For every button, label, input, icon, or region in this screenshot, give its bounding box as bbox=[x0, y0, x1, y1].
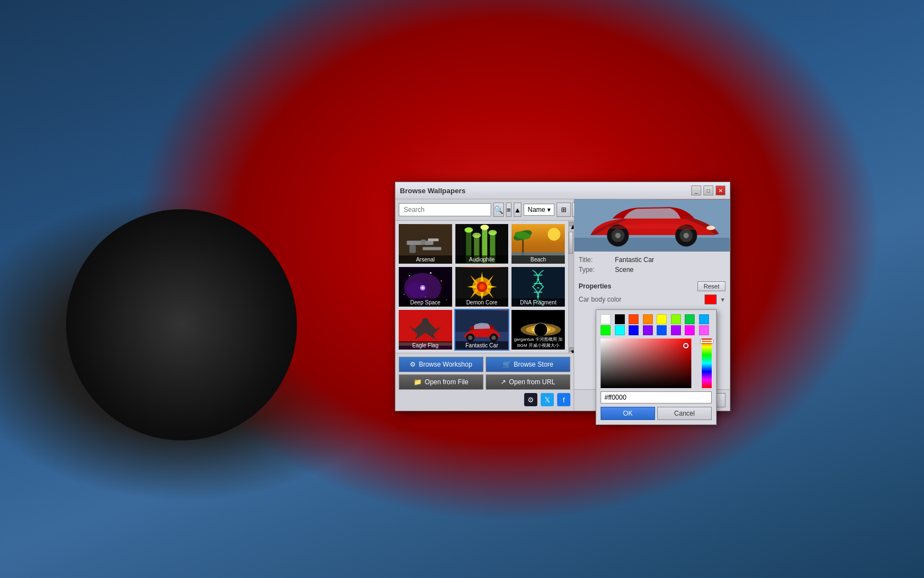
search-icon-button[interactable]: 🔍 bbox=[493, 203, 504, 217]
wheel-visual bbox=[66, 209, 297, 440]
car-color-swatch[interactable] bbox=[705, 295, 717, 304]
sort-asc-button[interactable]: ▲ bbox=[514, 203, 522, 217]
svg-point-75 bbox=[684, 233, 689, 238]
properties-info: Title: Fantastic Car Type: Scene bbox=[574, 252, 730, 278]
sort-select[interactable]: Name ▾ bbox=[524, 204, 554, 216]
svg-point-29 bbox=[425, 297, 426, 297]
svg-point-13 bbox=[480, 225, 488, 230]
scroll-down[interactable]: ▼ bbox=[569, 347, 574, 352]
wallpaper-label-dnafragment: DNA Fragment bbox=[512, 298, 565, 307]
open-url-button[interactable]: ↗ Open from URL bbox=[486, 374, 570, 390]
swatch-violet[interactable] bbox=[671, 325, 681, 335]
swatch-black[interactable] bbox=[615, 314, 625, 324]
properties-title: Properties bbox=[579, 282, 611, 290]
type-label: Type: bbox=[579, 266, 612, 274]
wallpaper-item-dnafragment[interactable]: DNA Fragment bbox=[510, 266, 566, 308]
search-input[interactable] bbox=[399, 203, 491, 216]
browse-workshop-button[interactable]: ⚙ Browse Workshop bbox=[399, 357, 483, 372]
grid-view-button[interactable]: ⊞ bbox=[557, 203, 571, 217]
wallpaper-item-beach[interactable]: Beach bbox=[510, 223, 566, 265]
swatch-pink[interactable] bbox=[699, 325, 709, 335]
wallpaper-scrollbar[interactable]: ▲ ▼ bbox=[568, 221, 574, 353]
color-dropdown-arrow[interactable]: ▼ bbox=[720, 297, 725, 303]
browse-buttons-row: ⚙ Browse Workshop 🛒 Browse Store bbox=[399, 357, 570, 372]
wallpaper-item-fantasticcar[interactable]: Fantastic Car bbox=[454, 309, 510, 351]
color-gradient-area[interactable] bbox=[601, 339, 712, 388]
wallpaper-item-eagleflag[interactable]: Eagle Flag bbox=[398, 309, 453, 351]
reset-button[interactable]: Reset bbox=[697, 281, 725, 291]
svg-rect-4 bbox=[422, 247, 441, 250]
wallpaper-label-gargantua: gargantua 卡河图概黑 加 BGM 开减小视频大小 bbox=[512, 335, 565, 350]
svg-point-76 bbox=[706, 226, 715, 230]
swatch-bright-green[interactable] bbox=[601, 325, 610, 335]
swatch-orange[interactable] bbox=[643, 314, 653, 324]
close-button[interactable]: ✕ bbox=[716, 186, 725, 195]
type-row: Type: Scene bbox=[579, 266, 725, 274]
scroll-thumb[interactable] bbox=[569, 232, 573, 254]
svg-point-14 bbox=[488, 230, 497, 236]
swatch-green[interactable] bbox=[685, 314, 695, 324]
swatch-white[interactable] bbox=[601, 314, 610, 324]
swatch-yellow[interactable] bbox=[657, 314, 667, 324]
svg-point-53 bbox=[422, 318, 429, 325]
car-body-color-label: Car body color bbox=[579, 296, 701, 303]
wallpaper-item-deepspace[interactable]: Deep Space bbox=[398, 266, 453, 308]
picker-cancel-button[interactable]: Cancel bbox=[657, 407, 712, 420]
search-bar: 🔍 ≡ ▲ Name ▾ ⊞ ⚙ bbox=[395, 199, 574, 221]
hex-input-row: #ff0000 bbox=[601, 391, 712, 403]
wallpaper-grid: Arsenal bbox=[395, 221, 568, 353]
title-label: Title: bbox=[579, 256, 612, 264]
svg-point-23 bbox=[406, 282, 428, 298]
color-saturation-field[interactable] bbox=[601, 339, 691, 388]
title-value: Fantastic Car bbox=[615, 256, 654, 264]
facebook-icon-button[interactable]: f bbox=[557, 393, 570, 406]
swatch-yellow-green[interactable] bbox=[671, 314, 681, 324]
maximize-button[interactable]: □ bbox=[703, 186, 713, 195]
browse-store-button[interactable]: 🛒 Browse Store bbox=[486, 357, 570, 372]
twitter-icon-button[interactable]: 𝕏 bbox=[541, 393, 554, 406]
svg-point-61 bbox=[491, 336, 496, 340]
swatch-blue[interactable] bbox=[629, 325, 639, 335]
svg-point-74 bbox=[615, 233, 620, 238]
svg-point-43 bbox=[479, 284, 485, 290]
scroll-up[interactable]: ▲ bbox=[569, 222, 574, 226]
swatch-light-blue[interactable] bbox=[699, 314, 709, 324]
wallpaper-item-demoncore[interactable]: Demon Core bbox=[454, 266, 510, 308]
open-file-button[interactable]: 📁 Open from File bbox=[399, 374, 483, 390]
title-row: Title: Fantastic Car bbox=[579, 256, 725, 264]
workshop-icon: ⚙ bbox=[410, 361, 416, 368]
svg-point-27 bbox=[404, 294, 405, 295]
filter-button[interactable]: ≡ bbox=[506, 203, 512, 217]
hue-slider[interactable] bbox=[702, 339, 712, 388]
wallpaper-item-arsenal[interactable]: Arsenal bbox=[398, 223, 453, 265]
picker-buttons: OK Cancel bbox=[601, 407, 712, 420]
file-icon: 📁 bbox=[414, 378, 422, 386]
dialog-titlebar: Browse Wallpapers _ □ ✕ bbox=[395, 182, 730, 199]
social-buttons-row: ⚙ 𝕏 f bbox=[399, 392, 570, 407]
minimize-button[interactable]: _ bbox=[691, 186, 701, 195]
hex-color-input[interactable]: #ff0000 bbox=[601, 391, 712, 403]
wallpaper-item-gargantua[interactable]: gargantua 卡河图概黑 加 BGM 开减小视频大小 bbox=[510, 309, 566, 351]
svg-point-25 bbox=[430, 272, 432, 274]
svg-rect-69 bbox=[574, 238, 730, 252]
dialog-bottom-buttons: ⚙ Browse Workshop 🛒 Browse Store 📁 Open … bbox=[395, 353, 574, 411]
swatch-magenta[interactable] bbox=[685, 325, 695, 335]
wallpaper-label-fantasticcar: Fantastic Car bbox=[455, 341, 509, 350]
color-swatches bbox=[601, 314, 712, 335]
link-icon: ↗ bbox=[501, 378, 506, 386]
wallpaper-label-audiophile: Audiophile bbox=[455, 255, 509, 264]
type-value: Scene bbox=[615, 266, 634, 274]
wallpaper-preview bbox=[574, 199, 730, 252]
swatch-royal-blue[interactable] bbox=[657, 325, 667, 335]
svg-point-31 bbox=[422, 287, 424, 289]
swatch-cyan[interactable] bbox=[615, 325, 625, 335]
wallpaper-label-demoncore: Demon Core bbox=[455, 298, 509, 307]
preview-car-visual bbox=[574, 199, 730, 252]
steam-icon-button[interactable]: ⚙ bbox=[524, 393, 537, 406]
swatch-red-orange[interactable] bbox=[629, 314, 639, 324]
color-picker-popup: #ff0000 OK Cancel bbox=[596, 309, 717, 425]
swatch-purple[interactable] bbox=[643, 325, 653, 335]
wallpaper-item-audiophile[interactable]: Audiophile bbox=[454, 223, 510, 265]
picker-ok-button[interactable]: OK bbox=[601, 407, 655, 420]
svg-point-24 bbox=[409, 275, 410, 276]
